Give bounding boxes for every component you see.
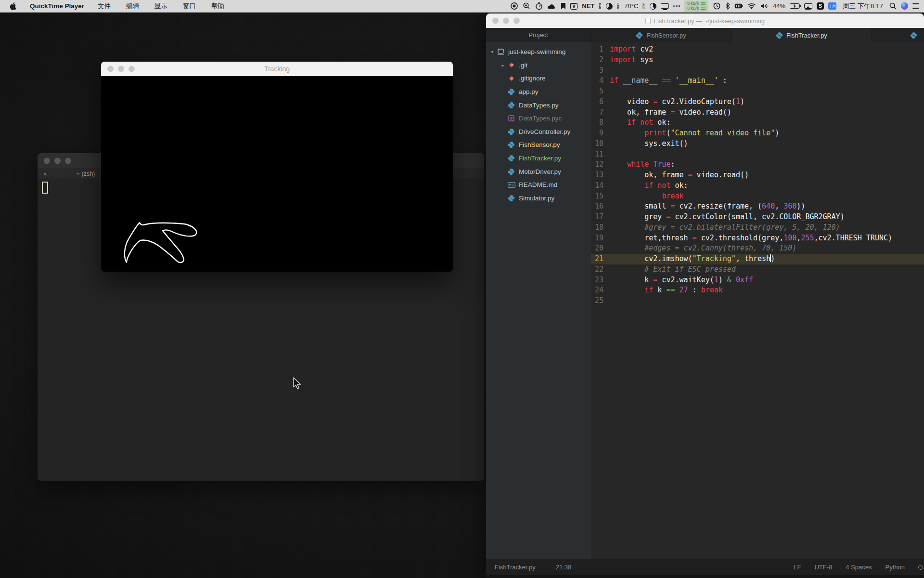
spotlight-search-icon[interactable] (889, 0, 897, 12)
battery-percentage[interactable]: 44% (773, 0, 785, 12)
code-line-6[interactable]: 6 video = cv2.VideoCapture(1) (591, 97, 924, 107)
memory-pie-icon[interactable] (606, 0, 613, 12)
code-line-11[interactable]: 11 (591, 149, 924, 160)
editor-tab-partial[interactable] (872, 28, 924, 42)
network-speed-widget[interactable]: 0 kB/s 0 kB/s (684, 0, 708, 12)
volume-icon[interactable] (760, 0, 769, 12)
code-line-7[interactable]: 7 ok, frame = video.read() (591, 107, 924, 118)
code-line-13[interactable]: 13 ok, frame = video.read() (591, 170, 924, 181)
code-line-5[interactable]: 5 (591, 86, 924, 97)
code-line-18[interactable]: 18 #grey = cv2.bilateralFilter(grey, 5, … (591, 223, 924, 233)
editor-tab-fishsensor-py[interactable]: FishSensor.py (591, 28, 732, 42)
zoom-magnifier-icon[interactable] (523, 0, 531, 12)
code-line-20[interactable]: 20 #edges = cv2.Canny(thresh, 70, 150) (591, 243, 924, 254)
code-line-4[interactable]: 4if __name__ == '__main__' : (591, 76, 924, 86)
network-bars-icon (701, 2, 706, 10)
time-machine-icon[interactable] (713, 0, 721, 12)
code-line-22[interactable]: 22 # Exit if ESC pressed (591, 264, 924, 275)
editor-minimize-button[interactable] (503, 18, 509, 24)
python-file-icon (507, 141, 515, 148)
record-stop-icon[interactable] (510, 0, 518, 12)
display-icon[interactable] (661, 0, 669, 12)
notification-center-icon[interactable] (912, 0, 919, 12)
apple-menu[interactable] (0, 2, 24, 10)
menubar-menu-item-[interactable]: 显示 (147, 0, 175, 13)
code-line-15[interactable]: 15 break (591, 191, 924, 202)
active-app-name[interactable]: QuickTime Player (24, 2, 90, 10)
temperature-value[interactable]: 70°C (624, 0, 638, 12)
battery-segments-icon[interactable] (734, 0, 743, 12)
status-utf-8[interactable]: UTF-8 (814, 564, 832, 571)
tree-item-readme-md[interactable]: README.md (486, 178, 591, 192)
tree-item-git[interactable]: ▸.git (486, 59, 591, 72)
code-line-19[interactable]: 19 ret,thresh = cv2.threshold(grey,100,2… (591, 233, 924, 244)
code-line-24[interactable]: 24 if k == 27 : break (591, 285, 924, 296)
code-line-12[interactable]: 12 while True: (591, 159, 924, 170)
tracking-minimize-button[interactable] (118, 66, 124, 72)
code-text: import cv2 (610, 45, 653, 53)
terminal-zoom-button[interactable] (65, 158, 71, 164)
editor-close-button[interactable] (492, 18, 499, 24)
tree-item-just-keep-swimming[interactable]: ▾just-keep-swimming (486, 45, 591, 59)
code-lines[interactable]: 1import cv22import sys34if __name__ == '… (591, 42, 924, 559)
menubar-clock[interactable]: 周三 下午8:17 (841, 0, 885, 12)
menubar-menu-item-[interactable]: 编辑 (118, 0, 147, 13)
chinese-calendar-icon[interactable]: 十六 (828, 0, 836, 12)
cpu-pie-icon[interactable] (650, 0, 656, 12)
code-line-2[interactable]: 2import sys (591, 55, 924, 66)
tmp-stack-label: TMP (617, 0, 620, 12)
battery-charging-icon[interactable] (790, 0, 800, 12)
tracking-title-bar[interactable]: Tracking (101, 62, 453, 76)
tree-item-datatypes-pyc[interactable]: DataTypes.pyc (486, 112, 591, 125)
status-edge-icon[interactable] (918, 565, 923, 570)
editor-zoom-button[interactable] (513, 18, 520, 24)
code-line-21[interactable]: 21 cv2.imshow("Tracking", thresh) (591, 254, 924, 264)
tree-item-fishsensor-py[interactable]: FishSensor.py (486, 138, 591, 152)
airplay-display-icon[interactable] (804, 0, 812, 12)
bookmark-icon[interactable] (561, 0, 566, 12)
code-line-23[interactable]: 23 k = cv2.waitKey(1) & 0xff (591, 275, 924, 286)
tree-item-label: app.py (519, 88, 539, 95)
status-lf[interactable]: LF (794, 564, 801, 571)
s-app-badge-icon[interactable]: S (817, 0, 824, 12)
status-python[interactable]: Python (886, 564, 905, 571)
wifi-icon[interactable] (747, 0, 756, 12)
more-status-icon[interactable] (673, 0, 680, 12)
status-4-spaces[interactable]: 4 Spaces (846, 564, 872, 571)
siri-icon[interactable] (901, 0, 908, 12)
code-line-9[interactable]: 9 print("Cannot read video file") (591, 128, 924, 139)
timer-icon[interactable] (535, 0, 543, 12)
bluetooth-icon[interactable] (725, 0, 730, 12)
cloud-icon[interactable] (547, 0, 556, 12)
tracking-close-button[interactable] (107, 66, 114, 72)
code-line-16[interactable]: 16 small = cv2.resize(frame, (640, 360)) (591, 201, 924, 212)
tree-item-motordriver-py[interactable]: MotorDriver.py (486, 165, 591, 178)
code-line-8[interactable]: 8 if not ok: (591, 118, 924, 128)
tree-item-drivecontroller-py[interactable]: DriveController.py (486, 125, 591, 139)
menubar-menu-item-[interactable]: 窗口 (175, 0, 204, 13)
menubar-menu-item-[interactable]: 文件 (90, 0, 118, 13)
tree-item-app-py[interactable]: app.py (486, 85, 591, 99)
calendar-window-icon[interactable]: 6 (570, 0, 578, 12)
tree-item-gitignore[interactable]: .gitignore (486, 72, 591, 85)
code-line-17[interactable]: 17 grey = cv2.cvtColor(small, cv2.COLOR_… (591, 212, 924, 223)
tree-item-label: FishTracker.py (519, 155, 561, 162)
terminal-minimize-button[interactable] (54, 158, 61, 164)
tree-item-fishtracker-py[interactable]: FishTracker.py (486, 152, 591, 165)
git-file-icon (507, 75, 515, 82)
net-label[interactable]: NET (582, 0, 594, 12)
code-line-1[interactable]: 1import cv2 (591, 44, 924, 55)
tracking-zoom-button[interactable] (128, 66, 135, 72)
code-line-10[interactable]: 10 sys.exit() (591, 139, 924, 149)
code-line-14[interactable]: 14 if not ok: (591, 181, 924, 191)
tree-item-simulator-py[interactable]: Simulator.py (486, 192, 591, 205)
code-line-3[interactable]: 3 (591, 66, 924, 76)
terminal-close-button[interactable] (44, 158, 50, 164)
code-line-25[interactable]: 25 (591, 296, 924, 306)
menubar-menu-item-[interactable]: 帮助 (204, 0, 232, 13)
editor-tab-fishtracker-py[interactable]: FishTracker.py (732, 28, 872, 42)
terminal-tab-close-icon[interactable]: × (43, 169, 47, 179)
tree-item-datatypes-py[interactable]: DataTypes.py (486, 98, 591, 112)
project-panel-header: Project (486, 28, 591, 42)
editor-title-bar[interactable]: FishTracker.py — ~/just-keep-swimming (486, 13, 924, 28)
